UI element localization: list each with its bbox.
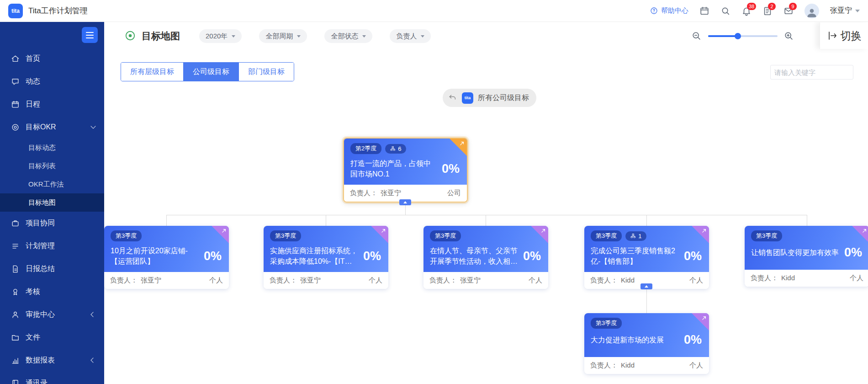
owner-name[interactable]: Kidd [781, 274, 795, 283]
mail-button[interactable]: 9 [783, 6, 794, 16]
avatar-person-icon [806, 6, 818, 18]
switch-icon [827, 30, 838, 41]
switch-view-button[interactable]: 切换 [820, 22, 868, 49]
okr-card-child[interactable]: 第3季度 让销售团队变得更加有效率 0% 负责人：Kidd 个人 [745, 226, 868, 287]
period-badge: 第2季度 [350, 143, 381, 154]
sidebar-item-label: 动态 [26, 77, 40, 86]
connector-line [326, 215, 326, 226]
sidebar-item-reports[interactable]: 数据报表 [0, 349, 104, 372]
collapse-children-tab[interactable] [640, 283, 652, 289]
org-chart-icon [630, 233, 636, 239]
okr-card-grandchild[interactable]: 第3季度 大力促进新市场的发展 0% 负责人：Kidd 个人 [584, 313, 709, 374]
help-center-label: 帮助中心 [661, 6, 688, 15]
sidebar: 首页 动态 日程 目标OKR 目标动态 目标列表 OKR工作法 目标地图 项目协… [0, 22, 104, 384]
mail-badge: 9 [789, 3, 797, 10]
search-button[interactable] [720, 6, 730, 16]
sidebar-item-label: 计划管理 [26, 241, 55, 251]
collapse-menu-button[interactable] [82, 27, 98, 43]
owner-name[interactable]: Kidd [621, 361, 635, 370]
sidebar-item-label: 考核 [26, 287, 40, 297]
org-chart-icon [390, 146, 396, 151]
sidebar-item-plans[interactable]: 计划管理 [0, 235, 104, 257]
objective-title: 10月之前开设20家店铺-【运营团队】 [111, 245, 199, 267]
document-icon [11, 265, 20, 273]
medal-icon [11, 288, 20, 296]
okr-card-child[interactable]: 第3季度 10月之前开设20家店铺-【运营团队】 0% 负责人：张亚宁 个人 [104, 226, 229, 289]
user-menu[interactable]: 张亚宁 [830, 6, 860, 16]
app-title: Tita工作计划管理 [28, 5, 88, 16]
help-icon [650, 6, 658, 15]
okr-card-root[interactable]: 第2季度 6 打造一流的产品，占领中国市场NO.1 0% 负责人：张亚宁 公司 [343, 138, 468, 203]
owner-label: 负责人： [590, 361, 618, 370]
sidebar-item-assessment[interactable]: 考核 [0, 280, 104, 303]
topbar-actions: 帮助中心 38 2 9 张亚宁 [650, 4, 860, 18]
objective-progress: 0% [523, 249, 542, 263]
calendar-button[interactable] [699, 6, 709, 16]
objective-title: 完成公司第三季度销售额2亿-【销售部】 [591, 245, 679, 267]
sidebar-subitem-label: 目标地图 [28, 198, 56, 207]
sidebar-item-approvals[interactable]: 审批中心 [0, 303, 104, 326]
sidebar-item-schedule[interactable]: 日程 [0, 93, 104, 116]
okr-card-child[interactable]: 第3季度 1 完成公司第三季度销售额2亿-【销售部】 0% 负责人：Kidd 个… [584, 226, 709, 289]
owner-label: 负责人： [350, 189, 377, 197]
share-arrow-icon [701, 315, 707, 321]
sidebar-item-label: 项目协同 [26, 219, 55, 228]
tita-logo[interactable]: tita [8, 4, 23, 18]
sidebar-item-label: 日程 [26, 100, 40, 109]
sidebar-subitem-label: OKR工作法 [28, 180, 64, 189]
briefcase-icon [11, 219, 20, 228]
connector-line [646, 215, 647, 226]
target-icon [11, 123, 20, 132]
search-icon [720, 6, 730, 16]
objective-progress: 0% [684, 249, 703, 263]
okr-card-child[interactable]: 第3季度 在情人节、母亲节、父亲节开展季节性活动，收入相比… 0% 负责人：张亚… [423, 226, 548, 289]
user-name: 张亚宁 [830, 6, 852, 16]
calendar-icon [699, 6, 709, 16]
okr-card-body: 第2季度 6 打造一流的产品，占领中国市场NO.1 0% [344, 139, 467, 185]
bar-chart-icon [11, 356, 20, 365]
help-center-link[interactable]: 帮助中心 [650, 6, 688, 15]
connector-line [166, 215, 167, 226]
card-badges: 第2季度 6 [350, 143, 460, 154]
switch-label: 切换 [841, 29, 862, 43]
sidebar-item-okr-method[interactable]: OKR工作法 [0, 175, 104, 193]
owner-name[interactable]: 张亚宁 [460, 276, 481, 285]
period-badge: 第3季度 [430, 230, 461, 241]
notifications-button[interactable]: 38 [741, 6, 752, 16]
okr-map-canvas[interactable]: 第2季度 6 打造一流的产品，占领中国市场NO.1 0% 负责人：张亚宁 公司 [104, 22, 868, 384]
owner-name[interactable]: 张亚宁 [300, 276, 321, 285]
sidebar-item-label: 通讯录 [26, 379, 48, 384]
owner-name[interactable]: Kidd [621, 276, 635, 285]
collapse-children-tab[interactable] [399, 199, 411, 205]
owner-name[interactable]: 张亚宁 [381, 189, 401, 197]
owner-name[interactable]: 张亚宁 [141, 276, 161, 285]
okr-card-child[interactable]: 第3季度 实施供应商注册招标系统，采购成本降低10%-【IT部门】 0% 负责人… [264, 226, 388, 289]
sidebar-item-okr-feed[interactable]: 目标动态 [0, 139, 104, 157]
share-arrow-icon [459, 140, 465, 146]
burger-icon [86, 32, 94, 33]
owner-label: 负责人： [590, 276, 618, 285]
sidebar-item-okr-map[interactable]: 目标地图 [0, 193, 104, 212]
sidebar-item-okr[interactable]: 目标OKR [0, 116, 104, 139]
sidebar-item-files[interactable]: 文件 [0, 326, 104, 349]
objective-progress: 0% [844, 245, 863, 260]
sidebar-item-projects[interactable]: 项目协同 [0, 212, 104, 235]
sidebar-item-home[interactable]: 首页 [0, 47, 104, 70]
period-badge: 第3季度 [111, 230, 142, 241]
sidebar-item-daily-report[interactable]: 日报总结 [0, 257, 104, 280]
objective-progress: 0% [684, 333, 703, 347]
sidebar-item-label: 文件 [26, 333, 40, 342]
address-book-icon [11, 379, 20, 384]
sidebar-item-contacts[interactable]: 通讯录 [0, 372, 104, 384]
arrow-up-icon [645, 285, 648, 288]
objective-title: 让销售团队变得更加有效率 [751, 247, 840, 258]
sidebar-item-okr-list[interactable]: 目标列表 [0, 157, 104, 175]
align-count-badge: 1 [625, 231, 646, 241]
sidebar-item-feed[interactable]: 动态 [0, 70, 104, 93]
memo-button[interactable]: 2 [762, 6, 773, 16]
objective-title: 大力促进新市场的发展 [591, 335, 679, 345]
arrow-up-icon [403, 201, 407, 203]
main-content: 目标地图 2020年 全部周期 全部状态 负责人 [104, 22, 868, 384]
user-avatar[interactable] [804, 4, 819, 18]
sidebar-item-label: 数据报表 [26, 356, 55, 365]
